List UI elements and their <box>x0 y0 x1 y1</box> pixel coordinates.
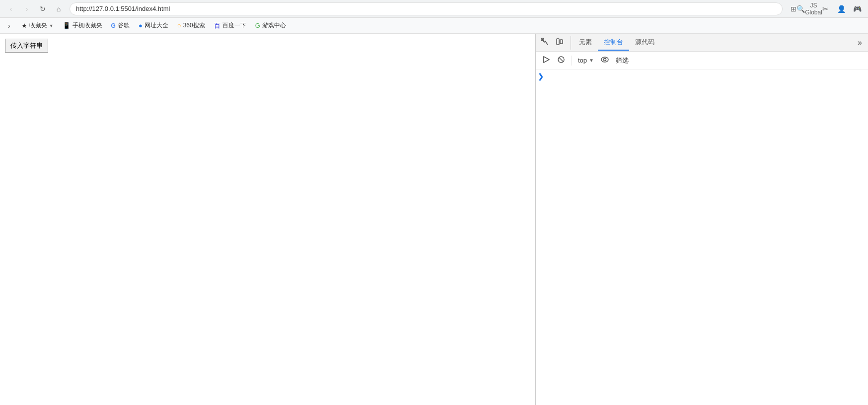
console-toolbar: top ▼ 筛选 <box>536 52 868 69</box>
svg-rect-1 <box>557 39 559 45</box>
profile-icon: 👤 <box>837 5 846 13</box>
tab-elements-label: 元素 <box>579 38 592 46</box>
bookmark-favorites[interactable]: ★ 收藏夹 ▼ <box>17 20 58 31</box>
inspect-element-button[interactable] <box>538 36 552 50</box>
page-content: 传入字符串 <box>0 34 535 405</box>
pass-string-button[interactable]: 传入字符串 <box>5 39 48 53</box>
hao123-icon: ● <box>139 22 143 29</box>
mobile-label: 手机收藏夹 <box>72 21 102 30</box>
chevron-right-icon: ❯ <box>538 72 544 80</box>
svg-line-6 <box>559 58 564 62</box>
more-tabs-button[interactable]: » <box>854 36 866 49</box>
svg-rect-2 <box>560 40 563 44</box>
svg-marker-3 <box>544 57 549 63</box>
hao123-label: 网址大全 <box>145 21 168 30</box>
games-icon: G <box>255 22 260 29</box>
bookmark-baidu[interactable]: 百 百度一下 <box>210 20 250 32</box>
reload-button[interactable]: ↻ <box>36 2 50 16</box>
bookmark-games[interactable]: G 游戏中心 <box>251 20 290 31</box>
console-content: ❯ <box>536 69 868 405</box>
extensions-icon: ⊞ <box>791 5 796 13</box>
svg-point-8 <box>603 58 606 61</box>
tab-elements[interactable]: 元素 <box>573 35 598 51</box>
sidebar-toggle-icon: › <box>8 22 10 30</box>
block-icon <box>558 56 565 65</box>
cut-button[interactable]: ✂ <box>818 2 832 16</box>
console-prompt[interactable]: ❯ <box>536 71 868 81</box>
search-global-icon: 🔍 <box>796 5 805 13</box>
google-label: 谷歌 <box>118 21 130 30</box>
home-button[interactable]: ⌂ <box>52 2 66 16</box>
context-selector[interactable]: top ▼ <box>576 56 596 65</box>
mobile-icon: 📱 <box>63 22 71 29</box>
bookmark-google[interactable]: G 谷歌 <box>107 20 134 31</box>
more-tabs-icon: » <box>858 38 862 47</box>
favorites-arrow: ▼ <box>49 23 54 28</box>
inspect-icon <box>541 38 549 47</box>
sidebar-toggle-button[interactable]: › <box>4 20 14 32</box>
tab-console[interactable]: 控制台 <box>598 35 629 51</box>
home-icon: ⌂ <box>57 5 61 13</box>
device-toggle-button[interactable] <box>553 36 567 50</box>
bookmark-mobile[interactable]: 📱 手机收藏夹 <box>59 20 106 31</box>
tab-sources[interactable]: 源代码 <box>629 35 660 51</box>
tab-sources-label: 源代码 <box>635 38 654 46</box>
filter-label: 筛选 <box>616 56 629 65</box>
back-button[interactable]: ‹ <box>4 2 18 16</box>
game-icon: 🎮 <box>853 5 862 13</box>
browser-actions: ⊞ 🔍 JS Global ✂ 👤 🎮 <box>787 2 864 16</box>
tab-console-label: 控制台 <box>604 38 623 46</box>
baidu-label: 百度一下 <box>222 21 246 30</box>
profile-button[interactable]: 👤 <box>834 2 848 16</box>
device-icon <box>556 38 564 47</box>
context-arrow-icon: ▼ <box>589 58 594 63</box>
main-area: 传入字符串 <box>0 34 868 405</box>
devtools-icon-group <box>538 36 571 50</box>
bookmarks-bar: › ★ 收藏夹 ▼ 📱 手机收藏夹 G 谷歌 ● 网址大全 ○ 360搜索 百 … <box>0 18 868 34</box>
forward-icon: › <box>26 5 28 13</box>
games-label: 游戏中心 <box>262 21 286 30</box>
baidu-icon: 百 <box>214 21 220 30</box>
pass-string-label: 传入字符串 <box>10 42 43 49</box>
eye-icon <box>601 56 609 66</box>
cut-icon: ✂ <box>822 5 828 13</box>
svg-point-7 <box>601 57 608 62</box>
search-global-button[interactable]: 🔍 JS Global <box>802 2 816 16</box>
back-icon: ‹ <box>10 5 12 13</box>
block-button[interactable] <box>555 54 568 67</box>
bookmark-hao123[interactable]: ● 网址大全 <box>135 20 172 31</box>
run-icon <box>543 56 550 65</box>
address-bar[interactable] <box>70 2 783 15</box>
toolbar-separator <box>572 56 572 66</box>
eye-button[interactable] <box>598 54 612 68</box>
game-button[interactable]: 🎮 <box>850 2 864 16</box>
reload-icon: ↻ <box>40 5 46 13</box>
forward-button[interactable]: › <box>20 2 34 16</box>
devtools-panel: 元素 控制台 源代码 » <box>535 34 868 405</box>
google-icon: G <box>111 22 116 29</box>
favorites-icon: ★ <box>21 22 27 29</box>
360-label: 360搜索 <box>183 21 205 30</box>
run-script-button[interactable] <box>540 54 553 67</box>
360-icon: ○ <box>177 22 181 29</box>
bookmark-360[interactable]: ○ 360搜索 <box>173 20 209 31</box>
favorites-label: 收藏夹 <box>29 21 47 30</box>
browser-toolbar: ‹ › ↻ ⌂ ⊞ 🔍 JS Global ✂ 👤 🎮 <box>0 0 868 18</box>
context-value: top <box>578 57 587 64</box>
devtools-tab-bar: 元素 控制台 源代码 » <box>536 34 868 52</box>
